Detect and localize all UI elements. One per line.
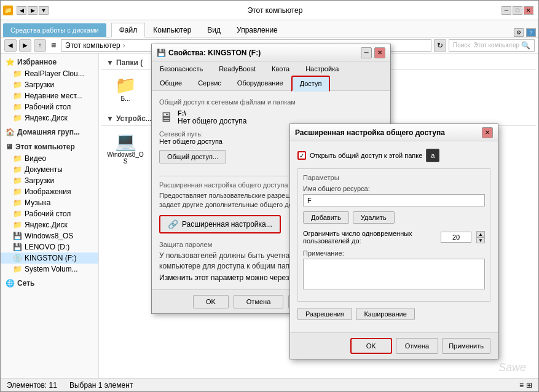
tab-general[interactable]: Общие [152, 76, 190, 90]
star-icon: ⭐ [6, 58, 15, 66]
adv-footer: OK Отмена Применить [290, 332, 498, 359]
nav-forward-btn[interactable]: ▶ [19, 39, 31, 52]
permissions-btn[interactable]: Разрешения [297, 308, 352, 320]
prop-title: Свойства: KINGSTON (F:) [168, 49, 358, 57]
share-section-title: Общий доступ к сетевым файлам и папкам [159, 98, 383, 106]
watermark: Sawe [498, 361, 526, 374]
sidebar-item-recent[interactable]: 📁 Недавние мест... [1, 90, 98, 101]
tab-settings[interactable]: Настройка [297, 61, 347, 76]
adv-close-btn[interactable]: ✕ [482, 127, 493, 138]
adv-apply-btn[interactable]: Применить [442, 338, 490, 354]
chevron-icon: ▼ [106, 58, 114, 67]
dropdown-btn[interactable]: ▼ [39, 6, 49, 15]
help-icon[interactable]: ? [526, 28, 536, 37]
sidebar-item-dl[interactable]: 📁 Загрузки [1, 175, 98, 186]
prop-icon: 💾 [157, 49, 166, 57]
sidebar-network-header[interactable]: 🌐 Сеть [1, 277, 98, 289]
drive-icon: 💻 [115, 131, 136, 151]
advanced-sharing-dialog: Расширенная настройка общего доступа ✕ ✓… [289, 123, 498, 359]
window-title: Этот компьютер [49, 6, 502, 15]
prop-ok-btn[interactable]: OK [193, 295, 229, 308]
tab-access[interactable]: Доступ [291, 76, 331, 92]
spin-down[interactable]: ▼ [476, 237, 485, 243]
file-item-b[interactable]: 📁 Б... [104, 73, 147, 104]
adv-ok-btn[interactable]: OK [350, 338, 392, 354]
sidebar-item-desktop[interactable]: 📁 Рабочий стол [1, 101, 98, 112]
note-row: Примечание: [303, 249, 485, 291]
sidebar-item-downloads[interactable]: 📁 Загрузки [1, 79, 98, 90]
share-button[interactable]: Общий доступ... [159, 150, 226, 163]
maximize-btn[interactable]: □ [513, 6, 522, 15]
adv-content: ✓ Открыть общий доступ к этой папке a Па… [290, 141, 498, 332]
note-textarea[interactable] [303, 259, 485, 289]
refresh-btn[interactable]: ↻ [434, 39, 446, 52]
sidebar-item-rdeskop[interactable]: 📁 Рабочий стол [1, 208, 98, 219]
folder-icon: 📁 [13, 221, 22, 229]
disk-tools-tab[interactable]: Средства работы с дисками [3, 23, 106, 37]
folder-icon: 📁 [13, 265, 22, 273]
pc-icon: 🖥 [6, 143, 13, 151]
tab-hardware[interactable]: Оборудование [229, 76, 291, 90]
settings-icon[interactable]: ⚙ [514, 28, 524, 37]
hdd-icon: 🖥 [159, 109, 173, 125]
prop-minimize-btn[interactable]: ─ [361, 47, 372, 58]
sidebar-homegroup-header[interactable]: 🏠 Домашняя груп... [1, 126, 98, 138]
tab-file[interactable]: Файл [111, 23, 146, 37]
nav-up-btn[interactable]: ↑ [34, 39, 46, 52]
prop-title-bar: 💾 Свойства: KINGSTON (F:) ─ ✕ [152, 44, 390, 61]
sidebar-item-music[interactable]: 📁 Музыка [1, 197, 98, 208]
sidebar-item-docs[interactable]: 📁 Документы [1, 164, 98, 175]
file-item-win8[interactable]: 💻 Windows8_OS [104, 128, 147, 167]
checkbox-label: Открыть общий доступ к этой папке [310, 152, 422, 159]
search-box[interactable]: Поиск: Этот компьютер 🔍 [449, 39, 535, 52]
sidebar-item-kingston[interactable]: 💿 KINGSTON (F:) [1, 253, 98, 264]
adv-cancel-btn[interactable]: Отмена [396, 338, 438, 354]
params-title: Параметры [303, 174, 485, 181]
view-details-icon[interactable]: ≡ [519, 381, 524, 390]
back-btn[interactable]: ◀ [17, 6, 26, 15]
limit-input[interactable] [441, 232, 471, 243]
minimize-btn[interactable]: ─ [502, 6, 511, 15]
sidebar-item-images[interactable]: 📁 Изображения [1, 186, 98, 197]
sidebar-item-realplayer[interactable]: 📁 RealPlayer Clou... [1, 68, 98, 79]
prop-tabs: Безопасность ReadyBoost Квота Настройка [152, 61, 390, 76]
tab-manage[interactable]: Управление [229, 23, 286, 37]
tab-readyboost[interactable]: ReadyBoost [211, 61, 264, 76]
close-btn[interactable]: ✕ [524, 6, 533, 15]
resource-name-label: Имя общего ресурса: [303, 185, 485, 192]
add-btn[interactable]: Добавить [303, 211, 349, 224]
sidebar-thispc-header[interactable]: 🖥 Этот компьютер [1, 141, 98, 153]
resource-name-row: Имя общего ресурса: [303, 185, 485, 206]
tab-view[interactable]: Вид [199, 23, 229, 37]
tab-security[interactable]: Безопасность [152, 61, 211, 76]
sidebar-item-yandex[interactable]: 📁 Яндекс.Диск [1, 112, 98, 123]
spin-up[interactable]: ▲ [476, 231, 485, 237]
share-path: F:\ [178, 109, 246, 117]
remove-btn[interactable]: Удалить [353, 211, 395, 224]
prop-close-btn[interactable]: ✕ [374, 47, 385, 58]
title-bar: 📁 ◀ ▶ ▼ Этот компьютер ─ □ ✕ [1, 1, 538, 20]
tab-service[interactable]: Сервис [190, 76, 229, 90]
tab-quota[interactable]: Квота [264, 61, 297, 76]
advanced-sharing-button[interactable]: 🔗 Расширенная настройка... [159, 215, 281, 233]
adv-title: Расширенная настройка общего доступа [295, 128, 479, 137]
prop-cancel-btn[interactable]: Отмена [234, 295, 283, 308]
tab-computer[interactable]: Компьютер [145, 23, 199, 37]
resource-name-input[interactable] [303, 194, 485, 206]
folder-icon: 📁 [13, 176, 22, 185]
sidebar-item-lenovo[interactable]: 💾 LENOVO (D:) [1, 241, 98, 253]
sidebar-item-video[interactable]: 📁 Видео [1, 153, 98, 164]
sidebar-item-sysvol[interactable]: 📁 System Volum... [1, 264, 98, 275]
view-icons-icon[interactable]: ⊞ [526, 381, 532, 390]
dark-info-btn[interactable]: a [426, 149, 439, 162]
forward-btn[interactable]: ▶ [28, 6, 37, 15]
folder-icon: 📁 [13, 187, 22, 196]
sidebar: ⭐ Избранное 📁 RealPlayer Clou... 📁 Загру… [1, 53, 99, 378]
nav-back-btn[interactable]: ◀ [4, 39, 17, 52]
sidebar-item-yandex2[interactable]: 📁 Яндекс.Диск [1, 219, 98, 230]
sidebar-favorites-header[interactable]: ⭐ Избранное [1, 56, 98, 68]
open-access-checkbox[interactable]: ✓ [297, 151, 306, 160]
caching-btn[interactable]: Кэширование [356, 308, 414, 320]
sidebar-item-win8[interactable]: 💾 Windows8_OS [1, 230, 98, 241]
chevron-icon: ▼ [106, 114, 114, 123]
